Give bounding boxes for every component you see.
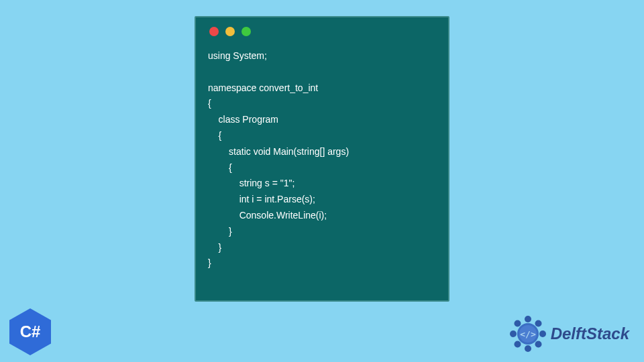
svg-point-4: [525, 345, 531, 352]
svg-point-0: [525, 316, 531, 322]
svg-point-5: [514, 341, 521, 348]
traffic-lights: [209, 27, 436, 36]
close-icon: [209, 27, 219, 36]
svg-text:</>: </>: [520, 329, 536, 339]
svg-point-6: [510, 330, 517, 337]
svg-point-7: [514, 320, 521, 327]
code-block: using System; namespace convert_to_int {…: [208, 48, 436, 272]
csharp-logo-text: C#: [20, 322, 41, 341]
csharp-logo: C#: [9, 308, 51, 355]
svg-point-3: [535, 341, 541, 348]
minimize-icon: [225, 27, 235, 36]
delftstack-logo: </> DelftStack: [509, 315, 629, 353]
svg-point-2: [539, 330, 546, 337]
delftstack-logo-text: DelftStack: [551, 324, 629, 343]
maximize-icon: [241, 27, 251, 36]
csharp-hexagon: C#: [9, 308, 51, 355]
code-window: using System; namespace convert_to_int {…: [195, 16, 449, 302]
svg-point-1: [535, 320, 541, 327]
delftstack-emblem-icon: </>: [509, 315, 547, 353]
